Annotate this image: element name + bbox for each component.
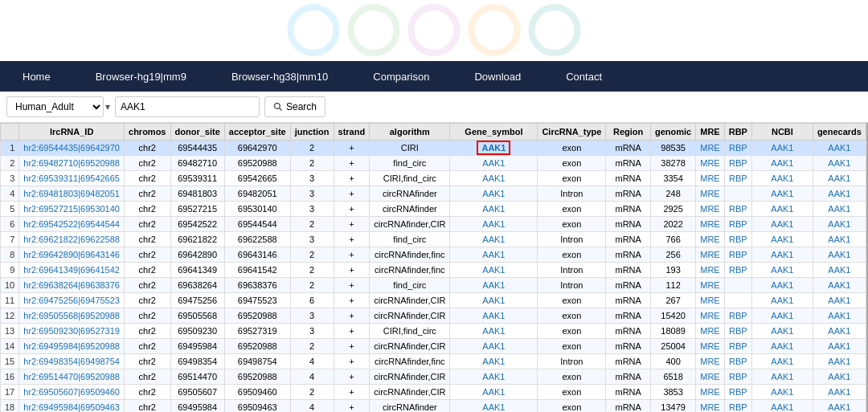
- ncbi-cell[interactable]: AAK1: [751, 308, 813, 324]
- genecards-link[interactable]: AAK1: [828, 219, 850, 229]
- mre-cell[interactable]: MRE: [696, 247, 724, 263]
- genecards-cell[interactable]: AAK1: [813, 400, 866, 413]
- nav-download[interactable]: Download: [452, 61, 543, 92]
- lrcrna-id-cell[interactable]: hr2:69505607|69509460: [19, 385, 125, 400]
- mre-cell[interactable]: MRE: [696, 339, 724, 354]
- rbp-cell[interactable]: RBP: [724, 217, 751, 232]
- rbp-link[interactable]: RBP: [729, 235, 747, 244]
- mre-link[interactable]: MRE: [700, 341, 719, 351]
- rbp-cell[interactable]: RBP: [724, 171, 751, 186]
- mre-link[interactable]: MRE: [700, 189, 719, 198]
- rbp-link[interactable]: RBP: [729, 173, 747, 183]
- ncbi-link[interactable]: AAK1: [771, 265, 793, 275]
- gene-symbol-cell[interactable]: AAK1: [450, 293, 538, 308]
- mre-link[interactable]: MRE: [700, 143, 719, 153]
- rbp-link[interactable]: RBP: [729, 311, 747, 320]
- mre-cell[interactable]: MRE: [696, 202, 724, 217]
- gene-symbol-cell[interactable]: AAK1: [450, 324, 538, 339]
- genecards-link[interactable]: AAK1: [828, 189, 850, 198]
- mre-link[interactable]: MRE: [700, 326, 719, 336]
- lrcrna-id-cell[interactable]: hr2:69642890|69643146: [19, 247, 125, 263]
- genecards-link[interactable]: AAK1: [828, 158, 850, 168]
- mre-link[interactable]: MRE: [700, 387, 719, 397]
- gene-symbol-cell[interactable]: AAK1: [450, 339, 538, 354]
- genecards-link[interactable]: AAK1: [828, 357, 850, 366]
- gene-symbol-cell[interactable]: AAK1: [450, 141, 538, 156]
- rbp-cell[interactable]: RBP: [724, 339, 751, 354]
- rbp-link[interactable]: RBP: [729, 372, 747, 381]
- mre-cell[interactable]: MRE: [696, 308, 724, 324]
- rbp-cell[interactable]: [724, 278, 751, 293]
- rbp-link[interactable]: RBP: [729, 158, 747, 168]
- mre-link[interactable]: MRE: [700, 250, 719, 259]
- genecards-link[interactable]: AAK1: [828, 280, 850, 290]
- mre-cell[interactable]: MRE: [696, 354, 724, 369]
- ncbi-cell[interactable]: AAK1: [751, 369, 813, 385]
- genecards-cell[interactable]: AAK1: [813, 232, 866, 247]
- gene-symbol-cell[interactable]: AAK1: [450, 232, 538, 247]
- nav-contact[interactable]: Contact: [543, 61, 624, 92]
- genecards-link[interactable]: AAK1: [828, 265, 850, 275]
- rbp-link[interactable]: RBP: [729, 357, 747, 366]
- lrcrna-id-cell[interactable]: hr2:69542522|69544544: [19, 217, 125, 232]
- genecards-cell[interactable]: AAK1: [813, 217, 866, 232]
- lrcrna-id-cell[interactable]: hr2:69495984|69509463: [19, 400, 125, 413]
- ncbi-cell[interactable]: AAK1: [751, 385, 813, 400]
- genecards-cell[interactable]: AAK1: [813, 308, 866, 324]
- ncbi-cell[interactable]: AAK1: [751, 263, 813, 278]
- species-select[interactable]: Human_Adult Human_Fetal Mouse_Adult Mous…: [6, 96, 104, 117]
- lrcrna-id-cell[interactable]: hr2:69638264|69638376: [19, 278, 125, 293]
- mre-cell[interactable]: MRE: [696, 186, 724, 202]
- ncbi-link[interactable]: AAK1: [771, 143, 793, 153]
- mre-cell[interactable]: MRE: [696, 400, 724, 413]
- ncbi-cell[interactable]: AAK1: [751, 293, 813, 308]
- ncbi-link[interactable]: AAK1: [771, 173, 793, 183]
- ncbi-link[interactable]: AAK1: [771, 189, 793, 198]
- genecards-link[interactable]: AAK1: [828, 311, 850, 320]
- gene-symbol-cell[interactable]: AAK1: [450, 217, 538, 232]
- rbp-cell[interactable]: RBP: [724, 247, 751, 263]
- genecards-cell[interactable]: AAK1: [813, 385, 866, 400]
- rbp-link[interactable]: RBP: [729, 387, 747, 397]
- mre-link[interactable]: MRE: [700, 372, 719, 381]
- ncbi-cell[interactable]: AAK1: [751, 354, 813, 369]
- rbp-link[interactable]: RBP: [729, 341, 747, 351]
- rbp-cell[interactable]: RBP: [724, 369, 751, 385]
- ncbi-cell[interactable]: AAK1: [751, 278, 813, 293]
- search-button[interactable]: Search: [264, 96, 326, 117]
- rbp-cell[interactable]: RBP: [724, 156, 751, 171]
- gene-symbol-cell[interactable]: AAK1: [450, 247, 538, 263]
- lrcrna-id-cell[interactable]: hr2:69509230|69527319: [19, 324, 125, 339]
- gene-symbol-cell[interactable]: AAK1: [450, 171, 538, 186]
- lrcrna-id-cell[interactable]: hr2:69539311|69542665: [19, 171, 125, 186]
- rbp-cell[interactable]: RBP: [724, 141, 751, 156]
- mre-cell[interactable]: MRE: [696, 293, 724, 308]
- rbp-cell[interactable]: [724, 293, 751, 308]
- rbp-cell[interactable]: RBP: [724, 400, 751, 413]
- mre-cell[interactable]: MRE: [696, 171, 724, 186]
- mre-link[interactable]: MRE: [700, 402, 719, 412]
- genecards-cell[interactable]: AAK1: [813, 369, 866, 385]
- genecards-link[interactable]: AAK1: [828, 250, 850, 259]
- gene-symbol-cell[interactable]: AAK1: [450, 263, 538, 278]
- mre-cell[interactable]: MRE: [696, 217, 724, 232]
- ncbi-link[interactable]: AAK1: [771, 402, 793, 412]
- mre-link[interactable]: MRE: [700, 158, 719, 168]
- gene-symbol-cell[interactable]: AAK1: [450, 308, 538, 324]
- lrcrna-id-cell[interactable]: hr2:69505568|69520988: [19, 308, 125, 324]
- gene-symbol-cell[interactable]: AAK1: [450, 156, 538, 171]
- gene-symbol-cell[interactable]: AAK1: [450, 278, 538, 293]
- ncbi-cell[interactable]: AAK1: [751, 400, 813, 413]
- gene-symbol-cell[interactable]: AAK1: [450, 400, 538, 413]
- mre-link[interactable]: MRE: [700, 265, 719, 275]
- mre-cell[interactable]: MRE: [696, 141, 724, 156]
- lrcrna-id-cell[interactable]: hr2:69544435|69642970: [19, 141, 125, 156]
- lrcrna-id-cell[interactable]: hr2:69514470|69520988: [19, 369, 125, 385]
- lrcrna-id-cell[interactable]: hr2:69481803|69482051: [19, 186, 125, 202]
- ncbi-cell[interactable]: AAK1: [751, 247, 813, 263]
- ncbi-link[interactable]: AAK1: [771, 311, 793, 320]
- gene-symbol-cell[interactable]: AAK1: [450, 186, 538, 202]
- ncbi-cell[interactable]: AAK1: [751, 217, 813, 232]
- genecards-cell[interactable]: AAK1: [813, 156, 866, 171]
- mre-link[interactable]: MRE: [700, 219, 719, 229]
